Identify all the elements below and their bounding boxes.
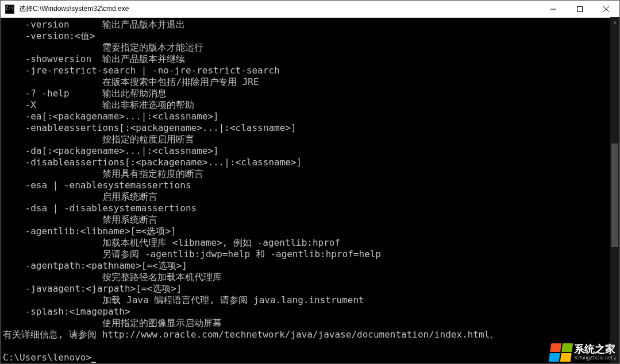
close-button[interactable] xyxy=(593,1,619,17)
prompt-text: C:\Users\lenovo> xyxy=(3,352,91,363)
terminal-line: -showversion 输出产品版本并继续 xyxy=(3,53,617,65)
terminal-line: -agentlib:<libname>[=<选项>] xyxy=(3,226,617,237)
terminal-line: 加载 Java 编程语言代理, 请参阅 java.lang.instrument xyxy=(3,295,617,306)
terminal-line: -ea[:<packagename>...|:<classname>] xyxy=(3,111,617,122)
cursor xyxy=(91,362,96,363)
terminal-line: 禁用系统断言 xyxy=(3,214,617,226)
terminal-line: -dsa | -disablesystemassertions xyxy=(3,203,617,214)
scrollbar[interactable]: ▲ ▼ xyxy=(610,17,619,363)
maximize-button[interactable] xyxy=(567,1,593,17)
terminal-line: -agentpath:<pathname>[=<选项>] xyxy=(3,260,617,272)
terminal-output[interactable]: -version 输出产品版本并退出 -version:<值> 需要指定的版本才… xyxy=(1,18,619,363)
terminal-line: -esa | -enablesystemassertions xyxy=(3,180,617,191)
terminal-line: 另请参阅 -agentlib:jdwp=help 和 -agentlib:hpr… xyxy=(3,249,617,260)
prompt-line[interactable]: C:\Users\lenovo> xyxy=(3,352,617,363)
terminal-line: -da[:<packagename>...|:<classname>] xyxy=(3,145,617,157)
svg-rect-1 xyxy=(577,6,583,11)
terminal-line: -splash:<imagepath> xyxy=(3,306,617,317)
window-title: 选择C:\Windows\system32\cmd.exe xyxy=(19,4,540,14)
terminal-line: -X 输出非标准选项的帮助 xyxy=(3,99,617,111)
terminal-line: 需要指定的版本才能运行 xyxy=(3,42,617,53)
terminal-line: -version 输出产品版本并退出 xyxy=(3,19,617,30)
terminal-line: -enableassertions[:<packagename>...|:<cl… xyxy=(3,122,617,134)
terminal-line: -javaagent:<jarpath>[=<选项>] xyxy=(3,283,617,295)
terminal-line: 加载本机代理库 <libname>, 例如 -agentlib:hprof xyxy=(3,237,617,249)
titlebar[interactable]: C:\ 选择C:\Windows\system32\cmd.exe xyxy=(1,1,619,18)
terminal-line: -? -help 输出此帮助消息 xyxy=(3,88,617,99)
terminal-line: 使用指定的图像显示启动屏幕 xyxy=(3,317,617,329)
terminal-line: 按指定的粒度启用断言 xyxy=(3,134,617,145)
terminal-line: -jre-restrict-search | -no-jre-restrict-… xyxy=(3,65,617,76)
window-controls xyxy=(540,1,619,17)
scroll-thumb[interactable] xyxy=(611,144,618,247)
cmd-window: C:\ 选择C:\Windows\system32\cmd.exe -versi… xyxy=(0,0,620,364)
terminal-line xyxy=(3,340,617,352)
terminal-line: 有关详细信息, 请参阅 http://www.oracle.com/techne… xyxy=(3,329,617,340)
scroll-up-arrow[interactable]: ▲ xyxy=(610,17,619,26)
terminal-line: -disableassertions[:<packagename>...|:<c… xyxy=(3,157,617,168)
terminal-line: 按完整路径名加载本机代理库 xyxy=(3,272,617,283)
scroll-down-arrow[interactable]: ▼ xyxy=(610,354,619,363)
minimize-button[interactable] xyxy=(540,1,567,17)
terminal-line: 启用系统断言 xyxy=(3,191,617,203)
terminal-line: -version:<值> xyxy=(3,30,617,42)
terminal-line: 禁用具有指定粒度的断言 xyxy=(3,168,617,180)
app-icon: C:\ xyxy=(5,5,14,14)
terminal-line: 在版本搜索中包括/排除用户专用 JRE xyxy=(3,76,617,88)
